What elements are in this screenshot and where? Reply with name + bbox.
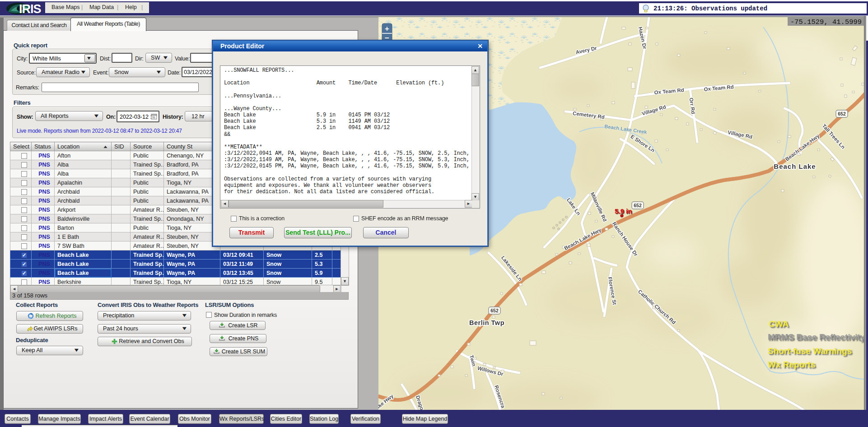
svg-text:IRIS: IRIS	[19, 2, 41, 15]
svg-text:Berlin Twp: Berlin Twp	[469, 319, 504, 326]
svg-text:-75.1529, 41.5999: -75.1529, 41.5999	[790, 18, 862, 26]
svg-text:+: +	[385, 24, 389, 33]
svg-text:MRMS Base Reflectivity: MRMS Base Reflectivity	[768, 332, 864, 342]
svg-text:Beach Lake: Beach Lake	[774, 162, 816, 170]
svg-text:652: 652	[634, 203, 642, 208]
svg-text:5.9 in: 5.9 in	[615, 207, 632, 215]
svg-text:Wx Reports: Wx Reports	[768, 360, 816, 369]
svg-text:Short-fuse Warnings: Short-fuse Warnings	[768, 346, 852, 356]
svg-text:652: 652	[838, 111, 846, 116]
svg-text:31: 31	[152, 116, 155, 119]
svg-text:CWA: CWA	[769, 319, 789, 329]
svg-text:652: 652	[490, 308, 499, 313]
